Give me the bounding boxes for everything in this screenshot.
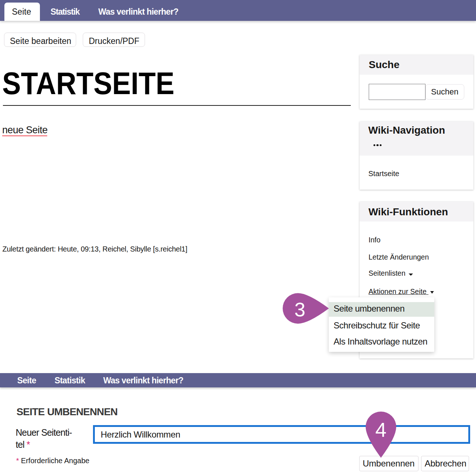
svg-text:4: 4 <box>375 419 387 441</box>
svg-text:3: 3 <box>294 298 305 320</box>
